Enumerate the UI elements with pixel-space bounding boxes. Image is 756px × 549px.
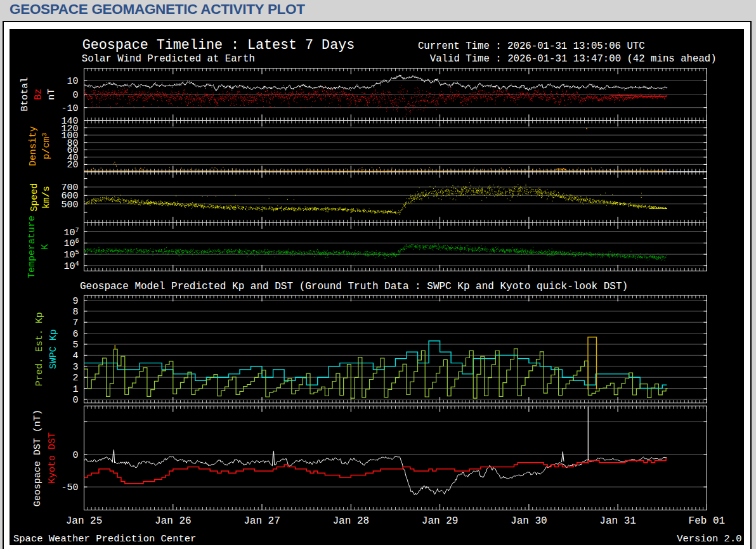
- svg-text:Feb 01: Feb 01: [689, 515, 726, 527]
- svg-text:0: 0: [72, 90, 78, 101]
- svg-text:Valid Time : 2026-01-31 13:47:: Valid Time : 2026-01-31 13:47:00 (42 min…: [430, 53, 717, 65]
- svg-text:Solar Wind Predicted at Earth: Solar Wind Predicted at Earth: [82, 53, 255, 65]
- svg-text:5: 5: [72, 340, 78, 351]
- svg-text:Bz: Bz: [33, 89, 44, 100]
- svg-text:Speed: Speed: [29, 183, 40, 212]
- svg-text:0: 0: [72, 450, 78, 461]
- svg-text:3: 3: [72, 362, 78, 373]
- svg-text:SWPC Kp: SWPC Kp: [48, 329, 59, 369]
- svg-text:Btotal: Btotal: [20, 77, 30, 112]
- svg-text:Density: Density: [28, 126, 39, 166]
- svg-text:7: 7: [72, 318, 78, 328]
- svg-text:K: K: [40, 244, 51, 250]
- svg-text:Jan 25: Jan 25: [66, 515, 103, 527]
- svg-text:8: 8: [72, 307, 78, 318]
- svg-text:Geospace DST (nT): Geospace DST (nT): [32, 410, 43, 507]
- svg-text:2: 2: [72, 373, 78, 384]
- svg-text:20: 20: [67, 160, 78, 171]
- svg-text:Jan 28: Jan 28: [332, 515, 369, 527]
- svg-text:p/cm3: p/cm3: [41, 132, 52, 159]
- svg-text:Jan 31: Jan 31: [599, 515, 636, 527]
- svg-text:-10: -10: [61, 103, 78, 114]
- svg-text:nT: nT: [46, 89, 57, 100]
- svg-text:Geospace Timeline : Latest 7 D: Geospace Timeline : Latest 7 Days: [82, 37, 355, 53]
- svg-text:Jan 30: Jan 30: [511, 515, 547, 527]
- svg-text:Current Time : 2026-01-31 13:0: Current Time : 2026-01-31 13:05:06 UTC: [418, 41, 645, 52]
- svg-text:Space Weather Prediction Cente: Space Weather Prediction Center: [13, 533, 196, 545]
- svg-text:km/s: km/s: [41, 186, 52, 209]
- svg-text:4: 4: [72, 351, 78, 361]
- svg-text:Pred. Est. Kp: Pred. Est. Kp: [34, 312, 45, 386]
- svg-text:6: 6: [72, 329, 78, 340]
- svg-text:9: 9: [72, 296, 78, 307]
- svg-text:Jan 27: Jan 27: [244, 515, 280, 527]
- svg-text:Temperature: Temperature: [27, 216, 37, 278]
- svg-text:-50: -50: [61, 482, 78, 493]
- svg-text:Kyoto DST: Kyoto DST: [47, 432, 58, 484]
- svg-text:Jan 26: Jan 26: [155, 515, 192, 527]
- svg-text:1: 1: [72, 384, 78, 395]
- svg-text:Geospace Model Predicted Kp an: Geospace Model Predicted Kp and DST (Gro…: [80, 281, 628, 292]
- svg-text:10: 10: [67, 76, 78, 87]
- svg-text:Jan 29: Jan 29: [422, 515, 459, 527]
- svg-text:0: 0: [72, 395, 78, 406]
- svg-text:Version 2.0: Version 2.0: [677, 533, 741, 545]
- svg-text:500: 500: [61, 200, 78, 210]
